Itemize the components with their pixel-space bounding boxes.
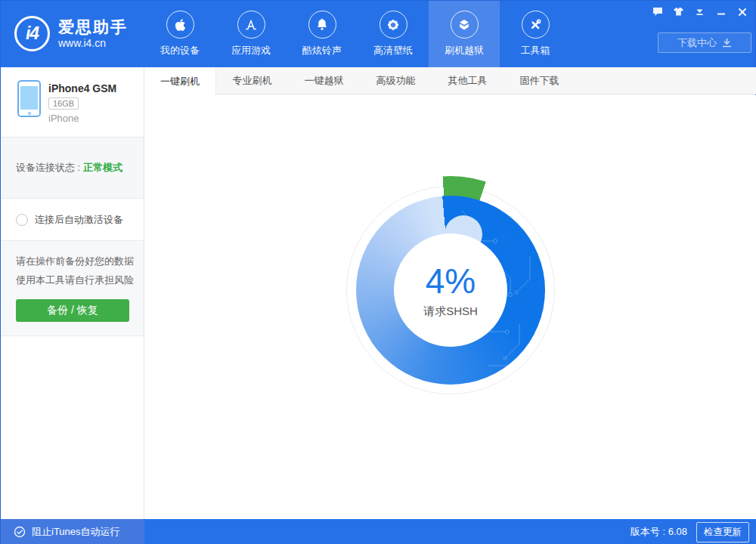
toolbox-icon bbox=[528, 17, 543, 32]
progress-center: 4% 请求SHSH bbox=[394, 233, 507, 347]
nav-label: 应用游戏 bbox=[231, 44, 271, 57]
tab-advanced[interactable]: 高级功能 bbox=[360, 67, 432, 94]
collapse-icon[interactable] bbox=[694, 6, 705, 17]
brand-title: 爱思助手 bbox=[58, 18, 128, 36]
wallpaper-icon bbox=[386, 17, 401, 32]
titlebar-icons bbox=[652, 6, 748, 17]
check-update-button[interactable]: 检查更新 bbox=[696, 522, 749, 542]
footer: 阻止iTunes自动运行 版本号 : 6.08 检查更新 bbox=[1, 519, 756, 544]
nav-label: 酷炫铃声 bbox=[302, 44, 342, 57]
feedback-icon[interactable] bbox=[652, 6, 663, 17]
progress-ring: 4% 请求SHSH bbox=[336, 176, 565, 404]
status-label: 设备连接状态 : bbox=[16, 161, 80, 175]
device-capacity-badge: 16GB bbox=[48, 97, 79, 110]
main-nav: 我的设备 应用游戏 酷炫铃声 bbox=[144, 1, 571, 67]
download-icon bbox=[722, 38, 732, 48]
nav-label: 高清壁纸 bbox=[373, 44, 413, 57]
tab-pro-flash[interactable]: 专业刷机 bbox=[216, 67, 288, 94]
auto-activate-radio[interactable] bbox=[16, 214, 28, 226]
warning-line-2: 使用本工具请自行承担风险 bbox=[16, 270, 144, 289]
warning-line-1: 请在操作前备份好您的数据 bbox=[16, 252, 144, 270]
tab-other-tools[interactable]: 其他工具 bbox=[432, 67, 503, 94]
flash-box-icon bbox=[457, 17, 472, 32]
iphone-icon bbox=[17, 80, 41, 117]
progress-percent: 4% bbox=[426, 262, 476, 300]
brand-url: www.i4.cn bbox=[58, 36, 128, 50]
nav-label: 刷机越狱 bbox=[445, 44, 484, 57]
status-value: 正常模式 bbox=[83, 161, 122, 175]
i4-logo: i4 bbox=[14, 16, 50, 51]
tab-one-click-jailbreak[interactable]: 一键越狱 bbox=[288, 67, 360, 94]
nav-label: 我的设备 bbox=[160, 44, 200, 57]
auto-activate-label: 连接后自动激活设备 bbox=[35, 213, 123, 227]
app-window: i4 爱思助手 www.i4.cn 我的设备 bbox=[0, 0, 756, 544]
connection-status: 设备连接状态 : 正常模式 bbox=[1, 138, 144, 199]
minimize-icon[interactable] bbox=[715, 6, 727, 17]
nav-item-ringtones[interactable]: 酷炫铃声 bbox=[287, 1, 358, 67]
device-info: iPhone4 GSM 16GB iPhone bbox=[1, 67, 144, 138]
device-name: iPhone4 GSM bbox=[48, 82, 116, 94]
auto-activate-row: 连接后自动激活设备 bbox=[1, 199, 144, 241]
progress-status-text: 请求SHSH bbox=[423, 304, 478, 319]
nav-item-wallpapers[interactable]: 高清壁纸 bbox=[358, 1, 429, 67]
download-center-button[interactable]: 下载中心 bbox=[658, 32, 751, 53]
tabbar: 一键刷机 专业刷机 一键越狱 高级功能 其他工具 固件下载 bbox=[144, 67, 756, 94]
skin-icon[interactable] bbox=[673, 6, 684, 17]
version-text: 版本号 : 6.08 bbox=[631, 525, 687, 539]
block-itunes-label: 阻止iTunes自动运行 bbox=[32, 525, 120, 539]
device-model: iPhone bbox=[48, 113, 79, 124]
check-circle-icon bbox=[14, 526, 26, 538]
tab-firmware-download[interactable]: 固件下载 bbox=[503, 67, 575, 94]
logo-monogram: i4 bbox=[26, 23, 39, 44]
block-itunes-toggle[interactable]: 阻止iTunes自动运行 bbox=[1, 519, 144, 544]
close-icon[interactable] bbox=[736, 6, 748, 17]
main-content: 4% 请求SHSH bbox=[144, 95, 756, 519]
nav-item-flash-jailbreak[interactable]: 刷机越狱 bbox=[429, 1, 500, 67]
nav-item-my-device[interactable]: 我的设备 bbox=[144, 1, 215, 67]
brand: i4 爱思助手 www.i4.cn bbox=[14, 16, 128, 51]
tab-one-click-flash[interactable]: 一键刷机 bbox=[144, 67, 216, 95]
sidebar: iPhone4 GSM 16GB iPhone 设备连接状态 : 正常模式 连接… bbox=[1, 67, 144, 519]
backup-restore-button[interactable]: 备份 / 恢复 bbox=[16, 299, 129, 322]
header: i4 爱思助手 www.i4.cn 我的设备 bbox=[1, 1, 755, 67]
apple-icon bbox=[175, 18, 186, 32]
warning-section: 请在操作前备份好您的数据 使用本工具请自行承担风险 备份 / 恢复 bbox=[1, 241, 144, 336]
nav-label: 工具箱 bbox=[521, 44, 550, 57]
bell-icon bbox=[314, 17, 330, 32]
download-center-label: 下载中心 bbox=[677, 36, 717, 50]
nav-item-toolbox[interactable]: 工具箱 bbox=[500, 1, 571, 67]
appstore-icon bbox=[243, 17, 259, 32]
nav-item-apps-games[interactable]: 应用游戏 bbox=[215, 1, 287, 67]
